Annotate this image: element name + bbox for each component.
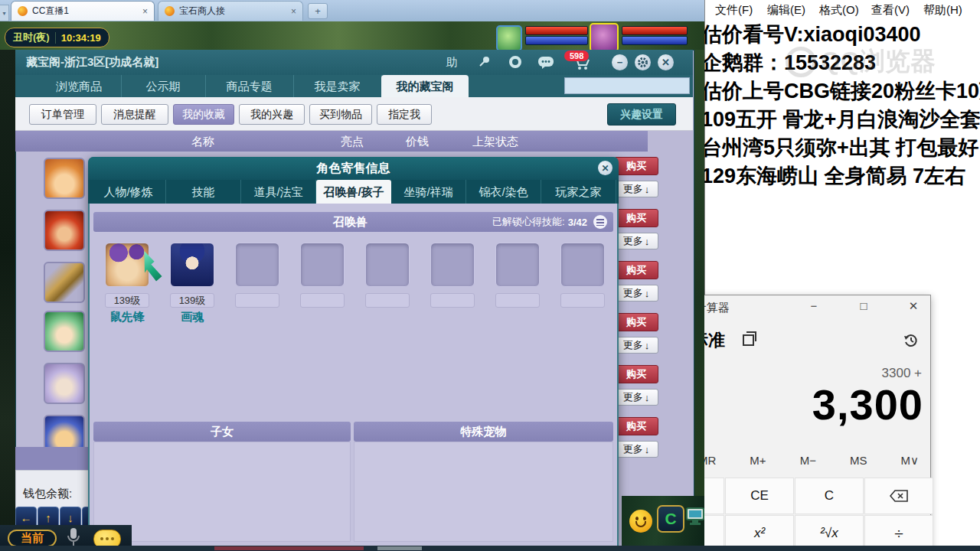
pet-slot-empty[interactable] [430, 243, 475, 287]
listing-portrait[interactable] [44, 363, 85, 404]
browser-tab-inactive[interactable]: 宝石商人接 × [158, 1, 303, 21]
nav-tab-my-cbg[interactable]: 我的藏宝阁 [381, 75, 469, 97]
clear-entry-key[interactable]: CE [725, 478, 794, 514]
pet-slot-filled[interactable] [170, 243, 214, 287]
more-button[interactable]: 更多↓ [614, 441, 658, 458]
dialog-tab-home[interactable]: 玩家之家 [541, 180, 616, 204]
dialog-tab-items[interactable]: 道具/法宝 [241, 180, 316, 204]
computer-icon[interactable] [686, 507, 706, 527]
browser-tab-active[interactable]: CC直播1 × [11, 1, 155, 21]
toolbar-bought[interactable]: 买到物品 [309, 104, 372, 125]
party-avatar[interactable] [496, 25, 522, 51]
arrow-down-icon: ↓ [645, 392, 650, 403]
menu-format[interactable]: 格式(O) [819, 3, 859, 18]
dialog-tab-character[interactable]: 人物/修炼 [91, 180, 166, 204]
history-icon[interactable] [903, 333, 919, 348]
pin-icon[interactable] [476, 54, 492, 70]
menu-view[interactable]: 查看(V) [871, 3, 910, 18]
nav-tab-browse[interactable]: 浏览商品 [37, 75, 122, 97]
search-input[interactable] [565, 80, 690, 91]
cc-logo-icon[interactable]: C [657, 505, 684, 533]
current-channel-button[interactable]: 当前 [8, 530, 57, 547]
qq-logo-icon [786, 47, 816, 77]
pet-level-badge-empty [430, 293, 475, 308]
tab-favicon [18, 6, 28, 16]
pet-slot-empty[interactable] [300, 243, 345, 287]
search-box[interactable] [564, 77, 690, 94]
pet-level-badge: 139级 [170, 293, 214, 308]
menu-help[interactable]: 帮助(H) [923, 3, 962, 18]
dialog-close-icon[interactable]: ✕ [598, 161, 612, 175]
calc-maximize-icon[interactable]: □ [852, 299, 875, 312]
more-button[interactable]: 更多↓ [614, 337, 658, 354]
pet-name[interactable]: 画魂 [170, 310, 214, 324]
record-icon[interactable] [508, 54, 523, 70]
minimize-button[interactable]: − [612, 54, 628, 70]
listing-portrait[interactable] [44, 210, 85, 251]
memory-subtract-button[interactable]: M− [800, 454, 816, 468]
toolbar-messages[interactable]: 消息提醒 [101, 104, 168, 125]
skill-list-icon[interactable] [593, 215, 607, 229]
pet-name[interactable]: 鼠先锋 [105, 310, 149, 324]
nav-tab-public[interactable]: 公示期 [121, 75, 206, 97]
pet-slot-empty[interactable] [235, 243, 279, 287]
calc-expression: 3300 + [689, 366, 922, 381]
party-avatar[interactable] [590, 23, 619, 52]
calc-close-icon[interactable]: ✕ [902, 299, 925, 313]
listing-item-thumb[interactable] [44, 262, 85, 303]
summon-title: 召唤兽 [93, 215, 492, 230]
pet-slot-empty[interactable] [495, 243, 540, 287]
menu-file[interactable]: 文件(F) [715, 3, 753, 18]
unlocked-skills-label: 已解锁心得技能: [492, 215, 565, 229]
toolbar-assign[interactable]: 指定我 [377, 104, 432, 125]
dialog-tab-mounts[interactable]: 坐骑/祥瑞 [391, 180, 466, 204]
time-value: 10:34:19 [55, 32, 101, 44]
buy-button[interactable]: 购买 [614, 365, 658, 383]
toolbar-orders[interactable]: 订单管理 [29, 104, 96, 125]
new-tab-button[interactable]: + [308, 3, 328, 19]
toolbar-interests[interactable]: 我的兴趣 [239, 104, 305, 125]
settings-gear-icon[interactable] [635, 54, 651, 70]
memory-dropdown-button[interactable]: M∨ [900, 454, 918, 468]
tab-close-icon[interactable]: × [142, 6, 148, 17]
dialog-tab-outfits[interactable]: 锦衣/染色 [466, 180, 541, 204]
more-button[interactable]: 更多↓ [614, 389, 658, 406]
listing-portrait[interactable] [44, 311, 85, 352]
backspace-key[interactable] [864, 478, 933, 514]
microphone-icon[interactable] [66, 527, 81, 548]
buy-button[interactable]: 购买 [614, 209, 658, 227]
dialog-titlebar: 角色寄售信息 [88, 157, 619, 180]
buy-button[interactable]: 购买 [614, 157, 658, 175]
close-button[interactable]: ✕ [658, 54, 674, 70]
special-pets-section-body [354, 442, 613, 542]
dialog-tab-summons[interactable]: 召唤兽/孩子 [316, 180, 391, 204]
interest-settings-button[interactable]: 兴趣设置 [607, 103, 676, 126]
special-pets-section-header: 特殊宠物 [354, 422, 613, 442]
buy-button[interactable]: 购买 [614, 313, 658, 331]
menu-edit[interactable]: 编辑(E) [767, 3, 805, 18]
listing-portrait[interactable] [44, 158, 85, 199]
more-button[interactable]: 更多↓ [614, 181, 658, 197]
nav-tab-seller[interactable]: 我是卖家 [293, 75, 382, 97]
arrow-down-icon: ↓ [645, 184, 650, 195]
memory-add-button[interactable]: M+ [750, 454, 766, 468]
pet-slot-filled[interactable] [105, 243, 149, 287]
smiley-icon[interactable] [629, 510, 652, 533]
buy-button[interactable]: 购买 [614, 417, 658, 435]
more-button[interactable]: 更多↓ [614, 285, 658, 302]
dialog-tab-skills[interactable]: 技能 [166, 180, 241, 204]
more-button[interactable]: 更多↓ [614, 233, 658, 249]
clear-key[interactable]: C [795, 478, 864, 514]
keep-on-top-icon[interactable] [743, 334, 754, 346]
pet-slot-empty[interactable] [365, 243, 410, 287]
buy-button[interactable]: 购买 [614, 261, 658, 279]
toolbar-favorites[interactable]: 我的收藏 [173, 104, 234, 125]
nav-tab-topics[interactable]: 商品专题 [205, 75, 294, 97]
chat-icon[interactable] [537, 56, 556, 70]
help-button[interactable]: 助 [446, 55, 458, 70]
tab-scroll-button[interactable]: ▾ [0, 5, 9, 21]
tab-close-icon[interactable]: × [291, 6, 296, 17]
memory-store-button[interactable]: MS [850, 454, 867, 468]
calc-minimize-icon[interactable]: − [802, 299, 825, 312]
pet-slot-empty[interactable] [560, 243, 605, 287]
